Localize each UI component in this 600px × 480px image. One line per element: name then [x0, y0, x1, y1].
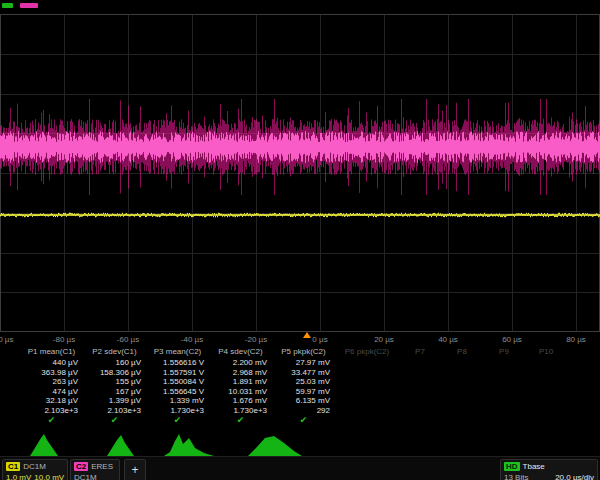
measure-row-min: 263 µV 155 µV 1.550084 V 1.891 mV 25.03 …: [20, 377, 600, 387]
measure-value: 1.891 mV: [209, 377, 272, 387]
time-label: 0 µs: [312, 335, 327, 344]
measure-value: 2.200 mV: [209, 358, 272, 368]
measure-status-check: ✔: [272, 415, 335, 426]
measure-header-p10[interactable]: P10: [525, 347, 567, 358]
measure-value: 1.399 µV: [83, 396, 146, 406]
measure-header-p8[interactable]: P8: [441, 347, 483, 358]
measure-value: 6.135 mV: [272, 396, 335, 406]
measure-value: 363.98 µV: [20, 368, 83, 378]
top-annotations: [2, 3, 41, 9]
measure-value: 1.730e+3: [146, 406, 209, 416]
measure-value: 160 µV: [83, 358, 146, 368]
measure-status-check: ✔: [146, 415, 209, 426]
timebase-title: Tbase: [523, 462, 545, 471]
measure-value: 1.339 mV: [146, 396, 209, 406]
add-trace-button[interactable]: +: [124, 459, 146, 480]
channel-descriptor-c1[interactable]: C1 DC1M 1.0 mV 10.0 mV: [2, 459, 68, 480]
time-label: -100 µs: [0, 335, 13, 344]
measure-value: 440 µV: [20, 358, 83, 368]
c1-volt-div: 1.0 mV: [6, 473, 31, 480]
measure-value: 33.477 mV: [272, 368, 335, 378]
measure-row-num: 2.103e+3 2.103e+3 1.730e+3 1.730e+3 292: [20, 406, 600, 416]
waveform-grid-area[interactable]: [0, 14, 600, 332]
measure-header-p6[interactable]: P6 pkpk(C2): [335, 347, 399, 358]
time-label: 40 µs: [438, 335, 458, 344]
hd-badge: HD: [504, 462, 520, 471]
time-label: -40 µs: [181, 335, 203, 344]
histicon-p1: [24, 431, 64, 457]
timebase-descriptor[interactable]: HD Tbase 13 Bits 20.0 µs/div: [500, 459, 598, 480]
measure-value: 1.556616 V: [146, 358, 209, 368]
measure-row-sdev: 32.18 µV 1.399 µV 1.339 mV 1.676 mV 6.13…: [20, 396, 600, 406]
measurement-table: P1 mean(C1) P2 sdev(C1) P3 mean(C2) P4 s…: [20, 347, 600, 426]
measure-status-check: ✔: [20, 415, 83, 426]
measure-value: 263 µV: [20, 377, 83, 387]
histicon-p4: [246, 431, 304, 457]
time-label: -80 µs: [53, 335, 75, 344]
c2-mode: ERES: [91, 462, 113, 471]
time-label: 80 µs: [566, 335, 586, 344]
measure-status-row: ✔ ✔ ✔ ✔ ✔: [20, 415, 600, 426]
measure-value: 27.97 mV: [272, 358, 335, 368]
c2-chip: C2: [74, 462, 88, 471]
measure-status-check: ✔: [83, 415, 146, 426]
measure-value: 32.18 µV: [20, 396, 83, 406]
bottom-descriptor-bar: C1 DC1M 1.0 mV 10.0 mV C2 ERES DC1M + HD…: [0, 456, 600, 480]
time-axis: -100 µs -80 µs -60 µs -40 µs -20 µs 0 µs…: [0, 335, 600, 345]
measure-value: 1.556645 V: [146, 387, 209, 397]
measurement-header-row: P1 mean(C1) P2 sdev(C1) P3 mean(C2) P4 s…: [20, 347, 600, 358]
measure-value: 155 µV: [83, 377, 146, 387]
measure-header-p2[interactable]: P2 sdev(C1): [83, 347, 146, 358]
measure-header-p5[interactable]: P5 pkpk(C2): [272, 347, 335, 358]
channel-descriptor-c2[interactable]: C2 ERES DC1M: [70, 459, 120, 480]
measure-value: 474 µV: [20, 387, 83, 397]
c1-coupling: DC1M: [23, 462, 46, 471]
histicon-p2: [100, 431, 140, 457]
measure-value: 59.97 mV: [272, 387, 335, 397]
measure-value: 2.103e+3: [20, 406, 83, 416]
time-label: -60 µs: [117, 335, 139, 344]
c2-coupling: DC1M: [74, 473, 97, 480]
measure-header-p7[interactable]: P7: [399, 347, 441, 358]
measure-row-mean: 363.98 µV 158.306 µV 1.557591 V 2.968 mV…: [20, 368, 600, 378]
waveform-canvas[interactable]: [0, 14, 600, 332]
annotation-green-icon: [2, 3, 13, 8]
measure-value: 167 µV: [83, 387, 146, 397]
time-label: 20 µs: [374, 335, 394, 344]
measure-value: 10.031 mV: [209, 387, 272, 397]
timebase-scale: 20.0 µs/div: [555, 473, 594, 480]
measure-status-check: ✔: [209, 415, 272, 426]
time-label: -20 µs: [245, 335, 267, 344]
c1-chip: C1: [6, 462, 20, 471]
annotation-magenta-icon: [20, 3, 38, 8]
time-label: 60 µs: [502, 335, 522, 344]
measure-value: 2.103e+3: [83, 406, 146, 416]
measure-value: 1.676 mV: [209, 396, 272, 406]
measure-row-max: 474 µV 167 µV 1.556645 V 10.031 mV 59.97…: [20, 387, 600, 397]
c1-offset: 10.0 mV: [34, 473, 64, 480]
histicon-p3: [162, 431, 216, 457]
measure-value: 2.968 mV: [209, 368, 272, 378]
measure-value: 25.03 mV: [272, 377, 335, 387]
measure-header-p3[interactable]: P3 mean(C2): [146, 347, 209, 358]
measure-value: 1.557591 V: [146, 368, 209, 378]
measure-header-p4[interactable]: P4 sdev(C2): [209, 347, 272, 358]
measure-value: 1.730e+3: [209, 406, 272, 416]
measure-header-p9[interactable]: P9: [483, 347, 525, 358]
measure-row-value: 440 µV 160 µV 1.556616 V 2.200 mV 27.97 …: [20, 358, 600, 368]
measure-header-p1[interactable]: P1 mean(C1): [20, 347, 83, 358]
measure-value: 158.306 µV: [83, 368, 146, 378]
timebase-bits: 13 Bits: [504, 473, 528, 480]
measure-value: 292: [272, 406, 335, 416]
measure-value: 1.550084 V: [146, 377, 209, 387]
